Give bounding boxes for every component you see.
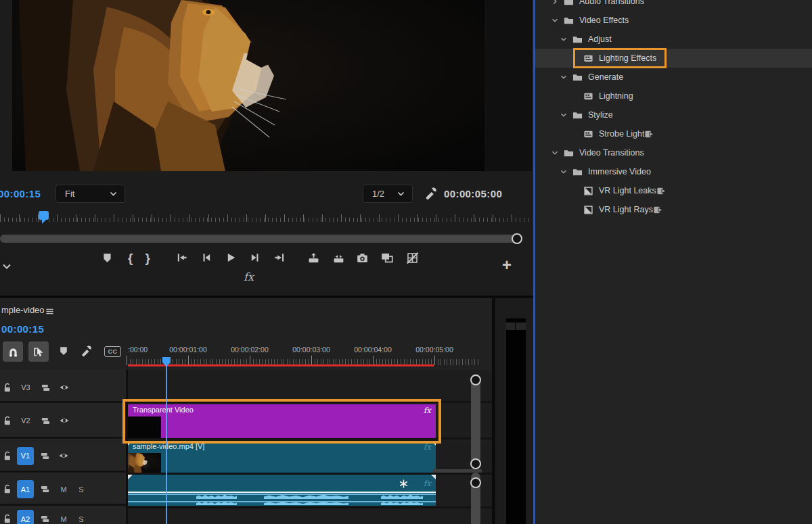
track-lock-icon[interactable]: [3, 484, 13, 494]
sample-video-clip[interactable]: sample-video.mp4 [V] fx: [128, 441, 436, 473]
chevron-down-icon[interactable]: [559, 110, 568, 120]
timeline-settings-wrench-icon[interactable]: [80, 344, 93, 357]
lift-button[interactable]: [307, 252, 320, 264]
track-visibility-eye-icon[interactable]: [59, 415, 70, 426]
effects-tree-item[interactable]: Video Transitions: [535, 143, 812, 162]
preview-letterbox: [484, 0, 532, 171]
go-to-in-button[interactable]: [176, 252, 188, 264]
effect-label: VR Light Leaks: [599, 186, 656, 195]
extract-button[interactable]: [332, 252, 345, 264]
zoom-level-select[interactable]: Fit: [55, 185, 125, 203]
panel-menu-icon[interactable]: [45, 306, 55, 316]
source-patch-badge[interactable]: A2: [17, 510, 34, 524]
multicamera-toggle-button[interactable]: [406, 252, 419, 264]
track-header-a2[interactable]: A2MS: [0, 511, 126, 524]
solo-button[interactable]: S: [77, 515, 85, 523]
chevron-down-icon[interactable]: [559, 34, 568, 44]
track-header-v3[interactable]: V3: [0, 374, 126, 403]
fx-badge[interactable]: fx: [424, 442, 431, 452]
track-lock-icon[interactable]: [3, 383, 13, 393]
premiere-pro-workspace: 00:00:15 Fit 1/2 00:00:05:00 { }: [0, 0, 812, 524]
ruler-major-ticks: [127, 356, 478, 365]
mark-out-button[interactable]: }: [145, 252, 150, 264]
track-header-a1[interactable]: A1MS: [0, 475, 126, 506]
linked-selection-button[interactable]: [28, 341, 49, 362]
source-patch-badge[interactable]: A1: [17, 480, 34, 498]
go-to-out-button[interactable]: [273, 252, 286, 264]
track-output-icon[interactable]: [41, 383, 51, 393]
step-back-button[interactable]: [200, 252, 212, 264]
effects-tree-item[interactable]: Generate: [535, 68, 812, 87]
mute-button[interactable]: M: [60, 485, 68, 494]
comparison-view-button[interactable]: [380, 251, 394, 264]
effects-tree-item[interactable]: Adjust: [535, 30, 812, 49]
track-visibility-eye-icon[interactable]: [59, 382, 70, 393]
audio-clip[interactable]: fx: [128, 475, 436, 506]
button-editor-add-button[interactable]: +: [502, 256, 512, 275]
fade-handle[interactable]: [128, 475, 133, 479]
effects-tree-item[interactable]: Stylize: [535, 105, 812, 124]
settings-wrench-icon[interactable]: [424, 186, 438, 200]
track-output-icon[interactable]: [40, 514, 50, 524]
scrollbar-handle[interactable]: [470, 477, 481, 488]
source-patch-badge[interactable]: V1: [17, 447, 34, 465]
effects-tree-item[interactable]: Audio Transitions: [535, 0, 812, 11]
chevron-down-icon: [109, 189, 118, 198]
track-label[interactable]: V2: [17, 416, 35, 425]
video-tracks-scrollbar[interactable]: [471, 374, 480, 467]
monitor-zoom-scrollbar[interactable]: [0, 235, 521, 243]
track-label[interactable]: V3: [17, 383, 35, 391]
track-lock-icon[interactable]: [3, 416, 13, 426]
effect-label: Adjust: [588, 34, 612, 44]
audio-gain-line[interactable]: [128, 492, 436, 493]
step-forward-button[interactable]: [249, 252, 261, 264]
effects-tree-item[interactable]: VR Light Rays: [535, 200, 812, 219]
effects-tree-item[interactable]: Strobe Light: [535, 124, 812, 143]
playback-resolution-select[interactable]: 1/2: [363, 185, 413, 203]
panel-chevron-down-icon[interactable]: [1, 261, 12, 272]
effects-tree-item[interactable]: VR Light Leaks: [535, 181, 812, 200]
snap-toggle-button[interactable]: [3, 341, 23, 362]
captions-button[interactable]: CC: [104, 346, 121, 357]
global-fx-mute-button[interactable]: fx: [244, 270, 254, 283]
chevron-down-icon[interactable]: [559, 72, 568, 82]
track-visibility-eye-icon[interactable]: [58, 450, 69, 461]
chevron-down-icon[interactable]: [550, 16, 560, 25]
chevron-down-icon[interactable]: [550, 148, 560, 158]
effects-tree-item[interactable]: Immersive Video: [535, 162, 812, 181]
playhead-line: [166, 365, 167, 524]
track-lock-icon[interactable]: [3, 451, 13, 461]
effects-tree-item[interactable]: Video Effects: [535, 11, 812, 30]
mark-in-button[interactable]: {: [128, 252, 133, 264]
add-marker-button[interactable]: [102, 252, 113, 264]
fade-handle[interactable]: [431, 475, 436, 479]
chevron-down-icon[interactable]: [559, 167, 568, 176]
ruler-timecode-label: :00:00: [128, 346, 148, 354]
add-marker-icon[interactable]: [58, 346, 69, 356]
play-button[interactable]: [225, 252, 237, 264]
timeline-ruler[interactable]: :00:0000:00:01:0000:00:02:0000:00:03:000…: [128, 341, 492, 370]
track-output-icon[interactable]: [40, 451, 50, 461]
track-output-icon[interactable]: [41, 416, 51, 426]
track-output-icon[interactable]: [40, 484, 50, 494]
scrollbar-handle[interactable]: [512, 233, 522, 244]
effects-tree-item[interactable]: Lightning: [535, 87, 812, 105]
export-frame-button[interactable]: [356, 252, 369, 264]
track-lock-icon[interactable]: [3, 514, 13, 524]
scrollbar-handle[interactable]: [470, 458, 481, 469]
monitor-current-timecode[interactable]: 00:00:15: [0, 188, 41, 199]
monitor-time-ruler[interactable]: [0, 211, 529, 223]
waveform-left-channel: [128, 494, 436, 500]
monitor-playhead[interactable]: [39, 211, 49, 220]
lion-preview-image: [12, 0, 484, 171]
timeline-current-timecode[interactable]: 00:00:15: [1, 323, 44, 335]
fx-badge[interactable]: fx: [424, 479, 431, 488]
track-header-v2[interactable]: V2: [0, 404, 126, 439]
linked-selection-icon: [32, 346, 45, 358]
mute-button[interactable]: M: [60, 515, 68, 523]
solo-button[interactable]: S: [77, 485, 85, 494]
sequence-tab-label[interactable]: mple-video: [1, 305, 45, 315]
track-header-v1[interactable]: V1: [0, 441, 126, 473]
chevron-right-icon[interactable]: [550, 0, 560, 6]
scrollbar-handle[interactable]: [470, 375, 481, 385]
